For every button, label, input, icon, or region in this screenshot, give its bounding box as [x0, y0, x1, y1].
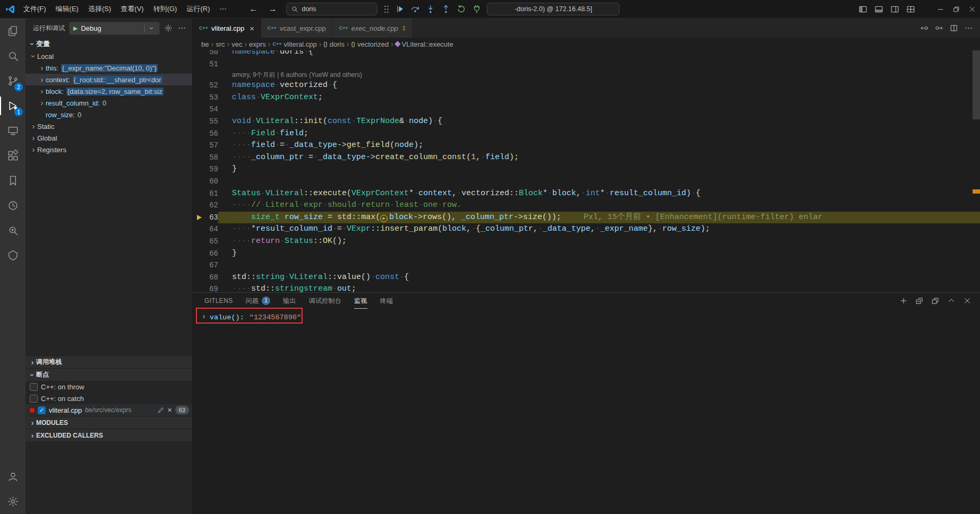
scope-row-registers[interactable]: ›Registers: [25, 144, 192, 155]
activity-gitlens-search[interactable]: [0, 218, 25, 243]
menu-item[interactable]: 查看(V): [116, 0, 148, 18]
prev-change-icon[interactable]: [920, 24, 929, 32]
command-center-search[interactable]: doris: [286, 3, 377, 15]
breakpoint-gutter[interactable]: [193, 176, 207, 188]
breakpoint-checkbox[interactable]: ✓: [38, 406, 46, 414]
panel-tab-监视[interactable]: 监视: [354, 293, 367, 309]
menu-item[interactable]: 运行(R): [182, 0, 214, 18]
breakpoint-gutter[interactable]: [193, 116, 207, 128]
breakpoint-gutter[interactable]: [193, 223, 207, 236]
breakpoints-header[interactable]: › 断点: [25, 368, 192, 381]
variable-row[interactable]: ›block:{data:size=2, row_same_bit:siz: [25, 85, 192, 97]
menu-item[interactable]: 转到(G): [149, 0, 182, 18]
breakpoint-gutter[interactable]: [193, 103, 207, 116]
breadcrumb-item[interactable]: {}vectorized: [351, 40, 389, 48]
add-expression-icon[interactable]: [899, 297, 908, 305]
breakpoint-gutter[interactable]: [193, 50, 207, 58]
breadcrumb-item[interactable]: VLiteral::execute: [396, 40, 453, 48]
breakpoint-gutter[interactable]: [193, 272, 207, 284]
panel-tab-问题[interactable]: 问题1: [245, 293, 270, 309]
chevron-icon[interactable]: ›: [200, 313, 208, 321]
layout-customize-icon[interactable]: [902, 5, 918, 14]
edit-breakpoint-icon[interactable]: [157, 406, 165, 414]
panel-tab-输出[interactable]: 输出: [283, 293, 296, 309]
nav-back-icon[interactable]: ←: [249, 4, 257, 14]
breakpoint-gutter[interactable]: [193, 128, 207, 140]
breakpoint-row[interactable]: ✓vliteral.cppbe/src/vec/exprs×63: [25, 404, 192, 416]
panel-tab-终端[interactable]: 终端: [380, 293, 393, 309]
breadcrumb-item[interactable]: exprs: [249, 40, 266, 48]
breakpoint-gutter[interactable]: [193, 212, 207, 224]
breadcrumb-item[interactable]: vec: [231, 40, 242, 48]
call-stack-header[interactable]: › 调用堆栈: [25, 355, 192, 368]
activity-extensions[interactable]: [0, 143, 25, 168]
code-editor[interactable]: 50namespace·doris·{51amory, 9个月前 | 6 aut…: [193, 50, 980, 292]
menu-more[interactable]: ⋯: [214, 0, 231, 18]
debug-toolbar-grip-icon[interactable]: [384, 5, 390, 13]
breakpoint-checkbox[interactable]: [30, 395, 38, 403]
debug-settings-gear-icon[interactable]: [164, 24, 173, 32]
menu-item[interactable]: 文件(F): [19, 0, 51, 18]
breadcrumb-item[interactable]: be: [201, 40, 209, 48]
continue-icon[interactable]: [393, 2, 407, 16]
panel-tab-GITLENS[interactable]: GITLENS: [204, 293, 233, 309]
tab-vcast_expr-cpp[interactable]: C++vcast_expr.cpp: [261, 19, 333, 38]
breakpoint-gutter[interactable]: [193, 140, 207, 152]
layout-sidebar-icon[interactable]: [855, 5, 871, 14]
scope-row-local[interactable]: ›Local: [25, 50, 192, 62]
breakpoint-gutter[interactable]: [193, 283, 207, 292]
collapse-watch-icon[interactable]: [915, 297, 924, 305]
variable-row[interactable]: ›result_column_id:0: [25, 97, 192, 109]
layout-panel-icon[interactable]: [871, 5, 887, 14]
start-debug-icon[interactable]: ▶: [73, 25, 78, 32]
breakpoint-row[interactable]: C++: on catch: [25, 393, 192, 404]
restart-icon[interactable]: [454, 2, 468, 16]
nav-forward-icon[interactable]: →: [268, 4, 277, 14]
modules-header[interactable]: › MODULES: [25, 416, 192, 429]
breakpoint-gutter[interactable]: [193, 248, 207, 260]
maximize-panel-icon[interactable]: [947, 297, 956, 305]
debug-config-dropdown[interactable]: ▶ Debug ›: [69, 22, 160, 35]
breakpoint-gutter[interactable]: [193, 152, 207, 164]
close-panel-icon[interactable]: [963, 297, 972, 305]
variable-row[interactable]: ›this:{_expr_name:"Decimal(10, 0)"}: [25, 62, 192, 74]
menu-item[interactable]: 编辑(E): [51, 0, 83, 18]
breakpoint-gutter[interactable]: [193, 199, 207, 212]
watch-expression-row[interactable]: › value(): "1234567890": [193, 311, 980, 324]
excluded-callers-header[interactable]: › EXCLUDED CALLERS: [25, 429, 192, 441]
scrollbar-thumb[interactable]: [973, 50, 980, 119]
activity-run-and-debug[interactable]: 1: [0, 93, 25, 118]
activity-gitlens[interactable]: [0, 243, 25, 268]
activity-history[interactable]: [0, 193, 25, 218]
activity-settings[interactable]: [0, 489, 25, 514]
scope-row-global[interactable]: ›Global: [25, 132, 192, 144]
chevron-down-icon[interactable]: ›: [148, 24, 156, 32]
breakpoint-gutter[interactable]: [193, 188, 207, 200]
step-over-icon[interactable]: [408, 2, 422, 16]
activity-search[interactable]: [0, 43, 25, 68]
breakpoint-row[interactable]: C++: on throw: [25, 381, 192, 393]
variable-row[interactable]: row_size:0: [25, 109, 192, 120]
variables-section-header[interactable]: › 变量: [25, 38, 192, 50]
tab-vliteral-cpp[interactable]: C++vliteral.cpp×: [193, 19, 261, 38]
remove-breakpoint-icon[interactable]: ×: [168, 406, 172, 414]
breadcrumb-item[interactable]: src: [216, 40, 225, 48]
layout-sidebar-right-icon[interactable]: [887, 5, 902, 14]
next-change-icon[interactable]: [935, 24, 943, 32]
close-window-icon[interactable]: [964, 5, 980, 13]
split-editor-icon[interactable]: [950, 24, 958, 32]
editor-scrollbar[interactable]: [973, 50, 980, 292]
activity-bookmarks[interactable]: [0, 168, 25, 193]
panel-tab-调试控制台[interactable]: 调试控制台: [309, 293, 342, 309]
breakpoint-gutter[interactable]: [193, 58, 207, 71]
activity-account[interactable]: [0, 464, 25, 489]
activity-explorer[interactable]: [0, 19, 25, 43]
inline-debug-hint-icon[interactable]: ▶: [380, 215, 388, 222]
tab-exec_node-cpp[interactable]: C++exec_node.cpp1: [333, 19, 412, 38]
scope-row-static[interactable]: ›Static: [25, 120, 192, 132]
breakpoint-checkbox[interactable]: [30, 383, 38, 391]
breadcrumb-item[interactable]: C++vliteral.cpp: [273, 40, 317, 48]
breakpoint-gutter[interactable]: [193, 236, 207, 248]
step-into-icon[interactable]: [424, 2, 437, 16]
step-out-icon[interactable]: [439, 2, 453, 16]
